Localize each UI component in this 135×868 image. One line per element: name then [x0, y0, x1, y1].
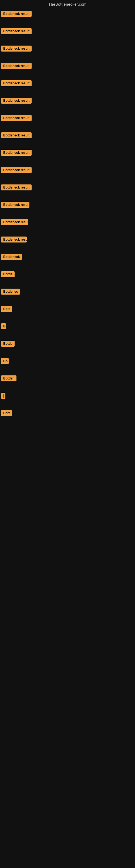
bottleneck-badge-16[interactable]: Bottle [1, 271, 14, 277]
result-row-21: Bo [0, 355, 135, 367]
result-row-8: Bottleneck result [0, 129, 135, 142]
result-row-10: Bottleneck result [0, 164, 135, 176]
bottleneck-badge-17[interactable]: Bottlenec [1, 289, 20, 294]
bottleneck-badge-2[interactable]: Bottleneck result [1, 28, 32, 34]
bottleneck-badge-22[interactable]: Bottlen [1, 375, 16, 381]
bottleneck-badge-8[interactable]: Bottleneck result [1, 132, 32, 138]
bottleneck-badge-23[interactable]: | [1, 393, 5, 399]
result-row-7: Bottleneck result [0, 112, 135, 124]
result-row-24: Bott [0, 407, 135, 420]
result-row-22: Bottlen [0, 372, 135, 384]
result-row-6: Bottleneck result [0, 94, 135, 107]
bottleneck-badge-6[interactable]: Bottleneck result [1, 98, 32, 104]
result-row-1: Bottleneck result [0, 8, 135, 20]
bottleneck-badge-11[interactable]: Bottleneck result [1, 184, 32, 190]
bottleneck-badge-1[interactable]: Bottleneck result [1, 11, 32, 17]
result-row-12: Bottleneck resu [0, 198, 135, 211]
bottleneck-badge-9[interactable]: Bottleneck result [1, 150, 32, 156]
bottleneck-badge-14[interactable]: Bottleneck resu [1, 237, 27, 243]
bottleneck-badge-15[interactable]: Bottleneck [1, 254, 22, 260]
result-row-19: B [0, 320, 135, 333]
bottleneck-badge-10[interactable]: Bottleneck result [1, 167, 32, 173]
bottleneck-badge-20[interactable]: Bottle [1, 341, 14, 347]
bottleneck-badge-5[interactable]: Bottleneck result [1, 80, 32, 86]
bottleneck-badge-18[interactable]: Bott [1, 306, 12, 312]
result-row-9: Bottleneck result [0, 147, 135, 159]
result-row-16: Bottle [0, 268, 135, 280]
page-wrapper: TheBottlenecker.com Bottleneck resultBot… [0, 0, 135, 868]
site-title: TheBottlenecker.com [0, 0, 135, 8]
bottleneck-badge-21[interactable]: Bo [1, 358, 9, 364]
results-container: Bottleneck resultBottleneck resultBottle… [0, 8, 135, 420]
result-row-13: Bottleneck resu [0, 216, 135, 228]
result-row-5: Bottleneck result [0, 77, 135, 90]
result-row-2: Bottleneck result [0, 25, 135, 37]
bottleneck-badge-12[interactable]: Bottleneck resu [1, 202, 30, 208]
result-row-11: Bottleneck result [0, 181, 135, 194]
result-row-23: | [0, 390, 135, 402]
result-row-15: Bottleneck [0, 251, 135, 263]
bottleneck-badge-24[interactable]: Bott [1, 410, 12, 416]
result-row-18: Bott [0, 303, 135, 315]
result-row-20: Bottle [0, 337, 135, 350]
result-row-14: Bottleneck resu [0, 233, 135, 246]
bottleneck-badge-3[interactable]: Bottleneck result [1, 45, 32, 52]
bottleneck-badge-19[interactable]: B [1, 323, 6, 329]
bottleneck-badge-7[interactable]: Bottleneck result [1, 115, 32, 121]
result-row-4: Bottleneck result [0, 60, 135, 72]
result-row-3: Bottleneck result [0, 42, 135, 55]
result-row-17: Bottlenec [0, 285, 135, 298]
bottleneck-badge-4[interactable]: Bottleneck result [1, 63, 32, 69]
bottleneck-badge-13[interactable]: Bottleneck resu [1, 219, 28, 225]
